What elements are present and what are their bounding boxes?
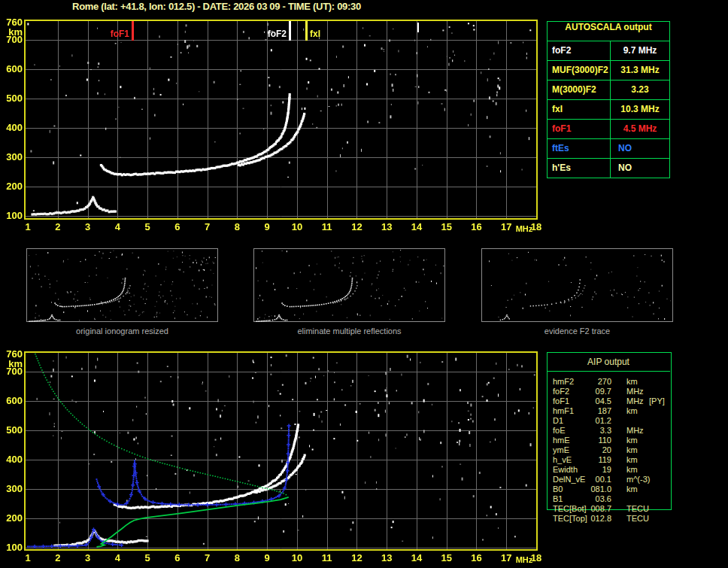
autoscala-row-ftes: ftEsNO — [548, 138, 669, 158]
row-value: 00.1 — [568, 475, 611, 484]
autoscala-row-h-es: h'EsNO — [548, 158, 669, 178]
row-value: 9.7 MHz — [611, 41, 669, 60]
row-value: 012.8 — [568, 514, 611, 524]
row-unit: km — [626, 445, 638, 455]
ionogram-top-plot — [0, 15, 545, 241]
autoscala-row-muf-3000-f2: MUF(3000)F231.3 MHz — [548, 60, 669, 80]
autoscala-row-m-3000-f2: M(3000)F23.23 — [548, 80, 669, 99]
aip-row-b1: B103.6 — [547, 494, 672, 504]
aip-row-hmf2: hmF2270km — [547, 377, 672, 387]
row-value: 270 — [568, 377, 611, 387]
autoscala-table-title: AUTOSCALA output — [548, 22, 669, 41]
row-value: NO — [611, 159, 669, 178]
row-label: MUF(3000)F2 — [548, 61, 611, 80]
row-label: fxI — [548, 100, 611, 119]
row-unit: TECU — [626, 514, 649, 524]
row-unit: m^(-3) — [626, 475, 650, 484]
aip-row-b0: B0081.0km — [547, 484, 672, 494]
row-label: foF2 — [553, 387, 569, 396]
aip-row-tec-top-: TEC[Top]012.8TECU — [547, 514, 672, 524]
row-label: M(3000)F2 — [548, 80, 611, 99]
thumbnail-eliminate-reflections — [253, 248, 445, 322]
row-value: 20 — [568, 445, 611, 455]
thumbnail-caption-1: original ionogram resized — [26, 327, 218, 336]
row-value: 4.5 MHz — [611, 120, 669, 138]
row-label: D1 — [553, 416, 563, 426]
row-value: 187 — [568, 406, 611, 416]
ionogram-bottom-plot — [0, 342, 545, 568]
row-value: 01.2 — [568, 416, 611, 426]
row-unit: km — [626, 436, 638, 445]
aip-row-yme: ymE20km — [547, 445, 672, 455]
autoscala-row-fof1: foF14.5 MHz — [548, 119, 669, 138]
aip-row-d1: D101.2 — [547, 416, 672, 426]
aip-output-table: AIP output hmF2270kmfoF209.7MHzfoF104.5M… — [547, 352, 672, 529]
aip-row-hmf1: hmF1187km — [547, 406, 672, 416]
row-value: 110 — [568, 436, 611, 445]
row-label: foF1 — [553, 396, 569, 406]
aip-row-deln-ve: DelN_vE00.1m^(-3) — [547, 475, 672, 484]
row-label: B0 — [553, 484, 563, 494]
aip-table-title: AIP output — [547, 352, 670, 372]
row-value: 081.0 — [568, 484, 611, 494]
row-unit: TECU — [626, 504, 649, 514]
row-value: NO — [611, 139, 669, 158]
row-extra: [PY] — [649, 396, 665, 406]
row-unit: MHz — [626, 426, 644, 436]
row-unit: MHz — [626, 387, 644, 396]
row-value: 19 — [568, 465, 611, 475]
row-label: foF2 — [548, 41, 611, 60]
row-label: ymE — [553, 445, 569, 455]
row-unit: MHz — [626, 396, 644, 406]
row-value: 3.3 — [568, 426, 611, 436]
thumbnail-original-ionogram — [26, 248, 218, 322]
page-title: Rome (lat: +41.8, lon: 012.5) - DATE: 20… — [44, 1, 390, 12]
autoscala-row-fxi: fxI10.3 MHz — [548, 99, 669, 119]
row-value: 3.23 — [611, 80, 669, 99]
row-unit: km — [626, 455, 638, 465]
row-unit: km — [626, 465, 638, 475]
row-value: 31.3 MHz — [611, 61, 669, 80]
row-value: 09.7 — [568, 387, 611, 396]
autoscala-screen: Rome (lat: +41.8, lon: 012.5) - DATE: 20… — [0, 0, 728, 568]
row-label: foF1 — [548, 120, 611, 138]
row-value: 119 — [568, 455, 611, 465]
thumbnail-caption-2: eliminate multiple reflections — [253, 327, 445, 336]
aip-row-ewidth: Ewidth19km — [547, 465, 672, 475]
row-label: foE — [553, 426, 566, 436]
row-label: B1 — [553, 494, 563, 504]
row-label: ftEs — [548, 139, 611, 158]
autoscala-output-table: AUTOSCALA output foF29.7 MHzMUF(3000)F23… — [547, 21, 670, 178]
row-label: h'Es — [548, 159, 611, 178]
autoscala-row-fof2: foF29.7 MHz — [548, 41, 669, 60]
aip-row-foe: foE3.3MHz — [547, 426, 672, 436]
row-unit: km — [626, 484, 638, 494]
row-unit: km — [626, 377, 638, 387]
row-unit: km — [626, 406, 638, 416]
aip-row-hme: hmE110km — [547, 436, 672, 445]
row-value: 03.6 — [568, 494, 611, 504]
row-value: 10.3 MHz — [611, 100, 669, 119]
row-value: 04.5 — [568, 396, 611, 406]
row-value: 008.7 — [568, 504, 611, 514]
autoscala-table-rows: foF29.7 MHzMUF(3000)F231.3 MHzM(3000)F23… — [548, 41, 669, 178]
thumbnail-evidence-f2-trace — [481, 248, 673, 322]
thumbnail-caption-3: evidence F2 trace — [481, 327, 673, 336]
aip-row-tec-bot-: TEC[Bot]008.7TECU — [547, 504, 672, 514]
aip-row-fof2: foF209.7MHz — [547, 387, 672, 396]
aip-row-h-ve: h_vE119km — [547, 455, 672, 465]
aip-row-fof1: foF104.5MHz[PY] — [547, 396, 672, 406]
